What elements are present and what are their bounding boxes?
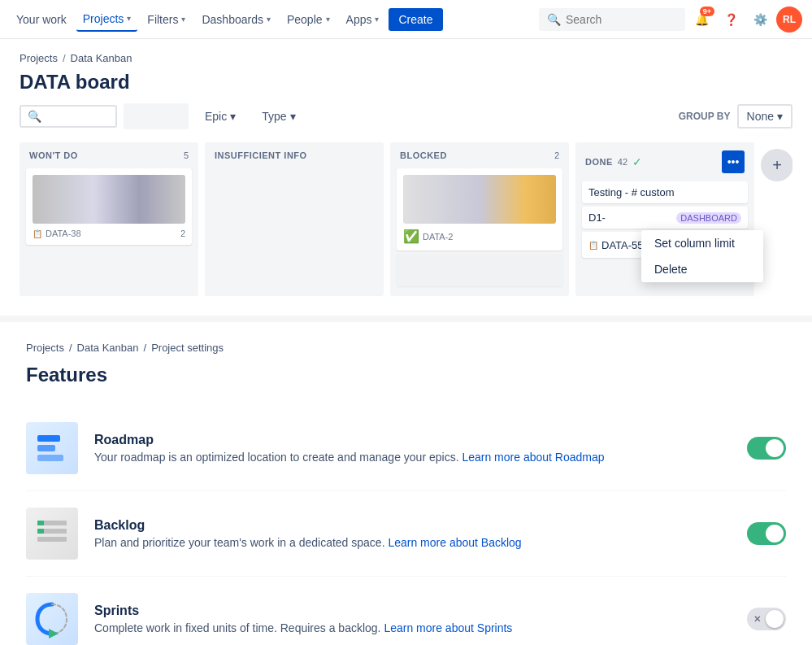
group-by-select[interactable]: None ▾ bbox=[737, 104, 792, 129]
nav-icons: 🔔 9+ ❓ ⚙️ RL bbox=[688, 7, 802, 33]
roadmap-toggle[interactable] bbox=[747, 437, 786, 460]
settings-section: Projects / Data Kanban / Project setting… bbox=[0, 322, 812, 645]
done-card-d1[interactable]: D1- DASHBOARD bbox=[582, 207, 748, 229]
backlog-svg bbox=[31, 512, 73, 555]
breadcrumb-projects[interactable]: Projects bbox=[20, 52, 58, 64]
feature-desc-sprints: Complete work in fixed units of time. Re… bbox=[94, 621, 731, 634]
sprints-learn-more-link[interactable]: Learn more about Sprints bbox=[384, 621, 512, 634]
card-data38[interactable]: 📋 DATA-38 2 bbox=[26, 168, 192, 245]
avatar-filters[interactable] bbox=[124, 103, 189, 129]
card-id: 📋 DATA-38 bbox=[33, 229, 81, 238]
feature-content-sprints: Sprints Complete work in fixed units of … bbox=[94, 604, 731, 634]
card-blocked-2[interactable] bbox=[397, 254, 562, 286]
nav-apps[interactable]: Apps ▾ bbox=[340, 8, 386, 31]
backlog-learn-more-link[interactable]: Learn more about Backlog bbox=[388, 536, 521, 549]
nav-your-work[interactable]: Your work bbox=[10, 8, 73, 31]
column-header-done: DONE 42 ✓ ••• bbox=[582, 149, 748, 175]
feature-name-sprints: Sprints bbox=[94, 604, 731, 618]
notifications-button[interactable]: 🔔 9+ bbox=[688, 7, 714, 33]
column-header-wont-do: WON'T DO 5 bbox=[26, 149, 192, 162]
board-search[interactable]: 🔍 bbox=[20, 105, 117, 128]
feature-icon-sprints bbox=[26, 593, 78, 645]
nav-dashboards[interactable]: Dashboards ▾ bbox=[195, 8, 277, 31]
context-menu-set-column-limit[interactable]: Set column limit bbox=[641, 230, 763, 256]
settings-sep2: / bbox=[144, 342, 147, 354]
card-image bbox=[33, 175, 185, 224]
ellipsis-icon: ••• bbox=[727, 155, 740, 168]
epic-filter-button[interactable]: Epic ▾ bbox=[195, 104, 245, 129]
top-navigation: Your work Projects ▾ Filters ▾ Dashboard… bbox=[0, 0, 812, 39]
card-footer: 📋 DATA-38 2 bbox=[33, 229, 185, 238]
apps-chevron-icon: ▾ bbox=[375, 15, 379, 24]
feature-desc-backlog: Plan and prioritize your team's work in … bbox=[94, 536, 731, 549]
breadcrumb-separator: / bbox=[63, 52, 66, 64]
search-input[interactable] bbox=[566, 13, 671, 26]
group-by-chevron-icon: ▾ bbox=[777, 110, 783, 123]
card-id-data2: ✅ DATA-2 bbox=[403, 229, 454, 244]
backlog-toggle[interactable] bbox=[747, 522, 786, 545]
context-menu-delete[interactable]: Delete bbox=[641, 256, 763, 282]
roadmap-svg bbox=[31, 427, 73, 469]
search-icon: 🔍 bbox=[547, 13, 561, 26]
breadcrumb-kanban[interactable]: Data Kanban bbox=[71, 52, 132, 64]
plus-icon: + bbox=[772, 156, 782, 175]
epic-chevron-icon: ▾ bbox=[230, 110, 236, 123]
card-img-placeholder bbox=[33, 175, 185, 224]
card-data2[interactable]: ✅ DATA-2 bbox=[397, 168, 562, 251]
dashboards-chevron-icon: ▾ bbox=[267, 15, 271, 24]
settings-title: Features bbox=[26, 364, 786, 386]
add-column-button[interactable]: + bbox=[761, 149, 792, 181]
breadcrumb: Projects / Data Kanban bbox=[20, 52, 792, 64]
done-check-icon: ✓ bbox=[632, 155, 642, 168]
done-card-testing[interactable]: Testing - # custom bbox=[582, 181, 748, 203]
feature-name-roadmap: Roadmap bbox=[94, 433, 731, 447]
board-columns: WON'T DO 5 📋 DATA-38 2 INSUFFICIENT bbox=[20, 142, 792, 303]
search-box[interactable]: 🔍 bbox=[539, 8, 685, 31]
card-icon-data55: 📋 bbox=[588, 241, 598, 250]
sprints-toggle-knob bbox=[766, 610, 784, 628]
svg-rect-2 bbox=[37, 455, 63, 461]
help-icon: ❓ bbox=[724, 13, 738, 26]
card-footer-data2: ✅ DATA-2 bbox=[403, 229, 556, 244]
column-blocked: BLOCKED 2 ✅ DATA-2 bbox=[390, 142, 569, 296]
settings-breadcrumb-settings[interactable]: Project settings bbox=[151, 342, 224, 354]
column-count-blocked: 2 bbox=[554, 150, 559, 160]
roadmap-toggle-slider bbox=[747, 437, 786, 460]
nav-filters[interactable]: Filters ▾ bbox=[141, 8, 192, 31]
gear-icon: ⚙️ bbox=[753, 13, 767, 26]
column-count-done: 42 bbox=[618, 157, 627, 167]
feature-content-backlog: Backlog Plan and prioritize your team's … bbox=[94, 518, 731, 549]
card-img-placeholder-data2 bbox=[403, 175, 556, 224]
feature-item-backlog: Backlog Plan and prioritize your team's … bbox=[26, 491, 786, 577]
card-check-icon: ✅ bbox=[403, 229, 419, 244]
done-header: DONE 42 ✓ bbox=[585, 155, 642, 168]
feature-item-roadmap: Roadmap Your roadmap is an optimized loc… bbox=[26, 406, 786, 491]
done-menu-button[interactable]: ••• bbox=[722, 150, 745, 173]
nav-projects[interactable]: Projects ▾ bbox=[76, 7, 138, 32]
card-sub-count: 2 bbox=[180, 229, 185, 238]
sprints-toggle-x: ✕ bbox=[753, 614, 761, 625]
settings-breadcrumb: Projects / Data Kanban / Project setting… bbox=[26, 342, 786, 354]
done-card-text-d1: D1- bbox=[588, 211, 676, 224]
column-title-done: DONE bbox=[585, 157, 613, 167]
feature-name-backlog: Backlog bbox=[94, 518, 731, 533]
settings-button[interactable]: ⚙️ bbox=[747, 7, 773, 33]
help-button[interactable]: ❓ bbox=[718, 7, 744, 33]
svg-rect-0 bbox=[37, 435, 60, 442]
create-button[interactable]: Create bbox=[389, 8, 442, 31]
sprints-toggle-container[interactable]: ✕ bbox=[747, 608, 786, 630]
feature-content-roadmap: Roadmap Your roadmap is an optimized loc… bbox=[94, 433, 731, 464]
settings-breadcrumb-projects[interactable]: Projects bbox=[26, 342, 64, 354]
column-title-insufficient-info: INSUFFICIENT INFO bbox=[215, 150, 307, 160]
card-type-icon: 📋 bbox=[33, 229, 42, 238]
column-count-wont-do: 5 bbox=[184, 150, 189, 160]
column-title-blocked: BLOCKED bbox=[400, 150, 447, 160]
svg-rect-1 bbox=[37, 445, 55, 451]
settings-breadcrumb-kanban[interactable]: Data Kanban bbox=[77, 342, 139, 354]
board-search-icon: 🔍 bbox=[28, 110, 41, 123]
type-filter-button[interactable]: Type ▾ bbox=[252, 104, 305, 129]
roadmap-learn-more-link[interactable]: Learn more about Roadmap bbox=[462, 451, 604, 464]
feature-icon-roadmap bbox=[26, 422, 78, 474]
nav-people[interactable]: People ▾ bbox=[280, 8, 337, 31]
avatar[interactable]: RL bbox=[776, 7, 802, 33]
